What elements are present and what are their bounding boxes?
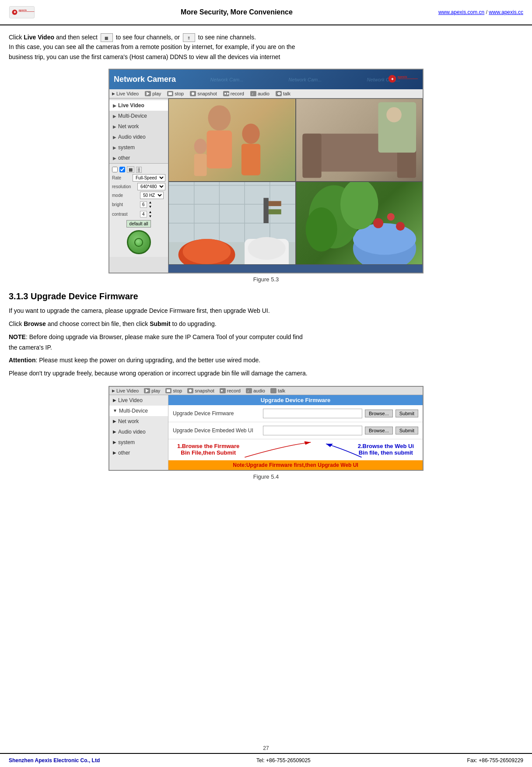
upgrade-para-2: Click Browse and choose correct bin file…: [9, 319, 523, 329]
upgrade-webui-input[interactable]: [263, 426, 362, 435]
upgrade-sidebar-system-label: system: [118, 439, 135, 445]
sidebar-other[interactable]: ▶ other: [109, 153, 168, 163]
intro-paragraph: Click Live Video and then select ▦ to se…: [9, 32, 523, 62]
video-room-image: [296, 99, 423, 181]
page-wrapper: ✦ apexis More Security, More Convenience…: [0, 0, 532, 767]
sidebar-multi-device[interactable]: ▶ Multi-Device: [109, 111, 168, 121]
upgrade-sidebar-audio-video[interactable]: ▶ Audio video: [109, 427, 168, 437]
intro-live-video: Live Video: [24, 34, 54, 41]
attention-label: Attention: [9, 357, 35, 364]
note-label: NOTE: [9, 333, 26, 340]
upgrade-sidebar-network[interactable]: ▶ Net work: [109, 416, 168, 427]
upgrade-para-4: Attention: Please must keep the power on…: [9, 355, 523, 366]
upgrade-submit-label: Submit: [150, 320, 170, 327]
mode-select[interactable]: 50 HZ: [140, 192, 164, 199]
intro-line3: business trip, you can use the first cam…: [9, 53, 280, 60]
contrast-down-icon[interactable]: ▼: [149, 214, 152, 218]
upgrade-toolbar-record[interactable]: record: [220, 388, 241, 393]
channel-1-checkbox[interactable]: [112, 167, 118, 172]
sidebar-audio-video-label: Audio video: [118, 134, 146, 140]
cam-video-area: [168, 98, 423, 273]
upgrade-sidebar-other-label: other: [118, 450, 130, 456]
upgrade-firmware-input[interactable]: [263, 409, 362, 418]
upgrade-sidebar-system[interactable]: ▶ system: [109, 437, 168, 448]
svg-rect-28: [194, 154, 207, 176]
toolbar-talk[interactable]: 💬 talk: [276, 91, 290, 96]
upgrade-annotations-area: 1.Browse the Firmware Bin File,then Subm…: [168, 439, 423, 460]
upgrade-ui-mockup: ▶ Live Video play stop snapshot: [108, 386, 424, 471]
upgrade-webui-submit-button[interactable]: Submit: [396, 427, 418, 434]
svg-point-27: [194, 139, 207, 154]
svg-point-67: [221, 390, 223, 392]
svg-point-23: [208, 105, 231, 131]
upgrade-toolbar-snapshot[interactable]: snapshot: [187, 388, 214, 393]
svg-rect-12: [168, 92, 172, 95]
upgrade-toolbar-audio[interactable]: ♪ audio: [246, 388, 265, 393]
toolbar-record[interactable]: record: [223, 91, 244, 96]
upgrade-browse-label: Browse: [24, 320, 46, 327]
bright-down-icon[interactable]: ▼: [149, 205, 152, 209]
upgrade-toolbar-play[interactable]: play: [144, 388, 160, 393]
upgrade-webui-label: Upgrade Device Embeded Web UI: [173, 427, 260, 434]
resolution-select[interactable]: 640*480: [137, 183, 165, 190]
sidebar-arrow-icon-5: ▶: [113, 145, 116, 150]
contrast-up-icon[interactable]: ▲: [149, 210, 152, 214]
header-link2[interactable]: www.apexis.cc: [489, 9, 523, 15]
upgrade-toolbar-stop[interactable]: stop: [165, 388, 182, 393]
cam-sidebar: ▶ Live Video ▶ Multi-Device ▶ Net work: [109, 98, 168, 273]
channel-2-checkbox[interactable]: [119, 167, 125, 172]
rate-select[interactable]: Full-Speed: [133, 174, 165, 182]
toolbar-live-video[interactable]: ▶ Live Video: [112, 91, 139, 96]
ptz-circle[interactable]: [127, 230, 151, 254]
sidebar-audio-video[interactable]: ▶ Audio video: [109, 132, 168, 142]
sidebar-system[interactable]: ▶ system: [109, 142, 168, 153]
upgrade-toolbar-live-video[interactable]: ▶ Live Video: [112, 388, 139, 393]
header-link1[interactable]: www.apexis.com.cn: [438, 9, 484, 15]
intro-part2: and then select: [54, 34, 99, 41]
upgrade-note-text: Note:Upgrade Firmware first,then Upgrade…: [233, 462, 358, 468]
svg-text:💬: 💬: [277, 91, 281, 96]
toolbar-play[interactable]: play: [145, 91, 161, 96]
cam-video-grid: [168, 98, 423, 265]
upgrade-sidebar-live-video[interactable]: ▶ Live Video: [109, 395, 168, 406]
annotation-left-line1: 1.Browse the Firmware: [177, 443, 239, 449]
rate-label: Rate: [112, 175, 131, 180]
toolbar-audio[interactable]: ♪ audio: [250, 91, 270, 96]
sidebar-network[interactable]: ▶ Net work: [109, 121, 168, 132]
upgrade-click-label: Click: [9, 320, 24, 327]
upgrade-sidebar-other[interactable]: ▶ other: [109, 448, 168, 458]
annotation-right-line1: 2.Browse the Web Ui: [358, 443, 414, 449]
upgrade-webui-browse-button[interactable]: Browse...: [365, 427, 393, 434]
upgrade-post-label: to do upgrading.: [171, 320, 217, 327]
upgrade-firmware-submit-button[interactable]: Submit: [396, 410, 418, 417]
video-plants-image: [296, 182, 423, 264]
upgrade-toolbar-talk[interactable]: talk: [270, 388, 285, 393]
svg-point-45: [183, 239, 231, 264]
camera-ui-mockup: Network Cam... Network Cam... Network Ca…: [108, 69, 424, 273]
upgrade-sidebar-multi-device[interactable]: ▼ Multi-Device: [109, 406, 168, 416]
channel-grid-icon[interactable]: ▦: [127, 166, 134, 173]
svg-text:apexis: apexis: [398, 75, 407, 79]
intro-part4: to see nine channels.: [196, 34, 256, 41]
contrast-value: 4: [140, 211, 147, 217]
toolbar-stop[interactable]: stop: [167, 91, 184, 96]
upgrade-body: ▶ Live Video ▼ Multi-Device ▶ Net work: [109, 395, 423, 470]
svg-rect-31: [302, 134, 321, 178]
bright-up-icon[interactable]: ▲: [149, 200, 152, 204]
default-all-button[interactable]: default all: [126, 220, 151, 228]
figure-5-3-caption: Figure 5.3: [9, 276, 523, 283]
upgrade-sidebar: ▶ Live Video ▼ Multi-Device ▶ Net work: [109, 395, 168, 470]
channel-9-icon[interactable]: ⣿: [136, 167, 142, 173]
contrast-stepper[interactable]: ▲ ▼: [149, 210, 152, 218]
figure-5-4-container: ▶ Live Video play stop snapshot: [9, 386, 523, 480]
upgrade-note-bar: Note:Upgrade Firmware first,then Upgrade…: [168, 460, 423, 470]
toolbar-snapshot[interactable]: snapshot: [190, 91, 217, 96]
ptz-inner-circle[interactable]: [134, 238, 143, 247]
bright-stepper[interactable]: ▲ ▼: [149, 200, 152, 209]
camera-ip-text: the camera's IP.: [9, 344, 52, 351]
upgrade-firmware-browse-button[interactable]: Browse...: [365, 410, 393, 417]
cam-ptz-control[interactable]: [112, 230, 165, 254]
svg-point-65: [189, 389, 192, 392]
sidebar-arrow-icon-3: ▶: [113, 124, 116, 129]
sidebar-live-video[interactable]: ▶ Live Video: [109, 100, 168, 111]
